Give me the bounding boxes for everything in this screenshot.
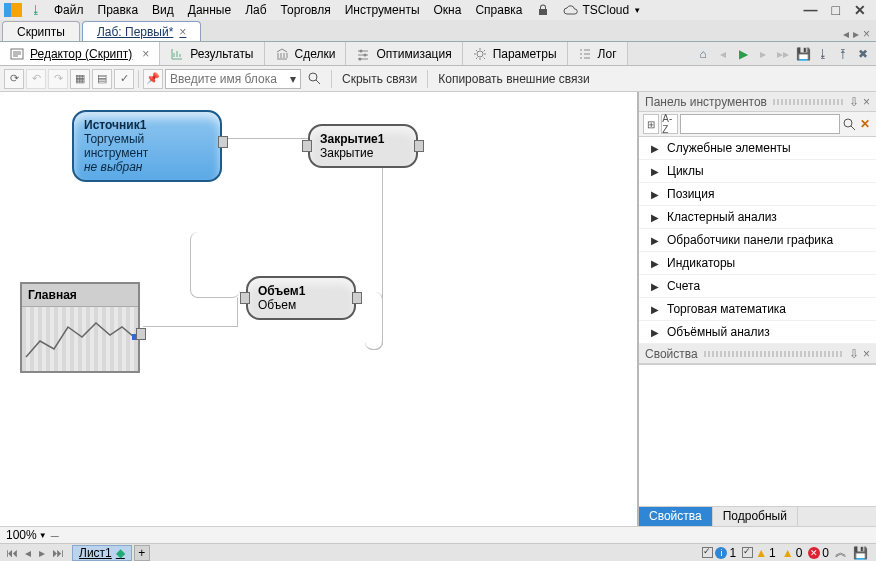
chart-panel[interactable]: Главная (20, 282, 140, 373)
menu-edit[interactable]: Правка (92, 1, 145, 19)
tab-prev-icon[interactable]: ◂ (843, 27, 849, 41)
menu-help[interactable]: Справка (469, 1, 528, 19)
tree-expand-icon[interactable]: ⊞ (643, 114, 659, 134)
upload-icon[interactable]: ⭱ (834, 45, 852, 63)
step-fwd-icon[interactable]: ▸ (754, 45, 772, 63)
next-sheet-icon[interactable]: ▸ (37, 546, 47, 560)
status-info[interactable]: i1 (702, 546, 736, 560)
search-icon[interactable] (842, 115, 856, 133)
clear-icon[interactable]: ✕ (858, 115, 872, 133)
block-name-input[interactable] (166, 72, 286, 86)
chevron-down-icon[interactable]: ▼ (39, 531, 47, 540)
category-item[interactable]: ▶Позиция (639, 183, 876, 206)
wrench-icon[interactable]: ✖ (854, 45, 872, 63)
grid-button[interactable]: ▦ (70, 69, 90, 89)
tab-detailed[interactable]: Подробный (713, 507, 798, 526)
hide-links-button[interactable]: Скрыть связи (336, 72, 423, 86)
step-back-icon[interactable]: ◂ (714, 45, 732, 63)
check-button[interactable]: ✓ (114, 69, 134, 89)
save-disk-icon[interactable]: 💾 (794, 45, 812, 63)
tab-lab-label: Лаб: Первый* (97, 25, 173, 39)
collapse-up-icon[interactable]: ︽ (835, 544, 847, 561)
node-source[interactable]: Источник1 Торгуемый инструмент не выбран (72, 110, 222, 182)
close-icon[interactable]: × (863, 95, 870, 109)
ribbon-editor[interactable]: Редактор (Скрипт) × (0, 42, 160, 65)
category-item[interactable]: ▶Обработчики панели графика (639, 229, 876, 252)
redo-button[interactable]: ↷ (48, 69, 68, 89)
category-item[interactable]: ▶Циклы (639, 160, 876, 183)
port-in-icon[interactable] (302, 140, 312, 152)
status-warn1[interactable]: ▲1 (742, 546, 776, 560)
undo-button[interactable]: ↶ (26, 69, 46, 89)
menu-windows[interactable]: Окна (428, 1, 468, 19)
category-item[interactable]: ▶Кластерный анализ (639, 206, 876, 229)
close-button[interactable]: ✕ (848, 2, 872, 18)
close-icon[interactable]: × (142, 47, 149, 61)
category-item[interactable]: ▶Счета (639, 275, 876, 298)
port-out-icon[interactable] (218, 136, 228, 148)
save-icon[interactable]: ⭳ (26, 3, 46, 17)
pin-button[interactable]: 📌 (143, 69, 163, 89)
zoom-level[interactable]: 100% (6, 528, 37, 542)
category-item[interactable]: ▶Объёмный анализ (639, 321, 876, 344)
svg-point-4 (477, 51, 483, 57)
sort-az-button[interactable]: A-Z (661, 114, 677, 134)
close-icon[interactable]: × (863, 347, 870, 361)
add-sheet-button[interactable]: + (134, 545, 150, 561)
port-out-icon[interactable] (352, 292, 362, 304)
skip-end-icon[interactable]: ▸▸ (774, 45, 792, 63)
diagram-canvas[interactable]: Источник1 Торгуемый инструмент не выбран… (0, 92, 639, 526)
menu-trade[interactable]: Торговля (275, 1, 337, 19)
ribbon-log[interactable]: Лог (568, 42, 628, 65)
ribbon-results[interactable]: Результаты (160, 42, 264, 65)
download-icon[interactable]: ⭳ (814, 45, 832, 63)
sheet-tab[interactable]: Лист1 ◆ (72, 545, 132, 561)
first-sheet-icon[interactable]: ⏮ (4, 546, 20, 560)
resize-grip-icon (856, 528, 870, 542)
minimize-button[interactable]: — (798, 2, 824, 18)
prev-sheet-icon[interactable]: ◂ (23, 546, 33, 560)
toolbox-search-input[interactable] (680, 114, 840, 134)
tab-next-icon[interactable]: ▸ (853, 27, 859, 41)
block-name-combo[interactable]: ▾ (165, 69, 301, 89)
pin-icon[interactable]: ⇩ (849, 95, 859, 109)
ribbon-optimization[interactable]: Оптимизация (346, 42, 462, 65)
close-icon[interactable]: × (179, 25, 186, 39)
tab-lab[interactable]: Лаб: Первый* × (82, 21, 201, 41)
menu-tools[interactable]: Инструменты (339, 1, 426, 19)
play-icon[interactable]: ▶ (734, 45, 752, 63)
tab-scripts[interactable]: Скрипты (2, 21, 80, 41)
category-label: Кластерный анализ (667, 210, 777, 224)
menu-data[interactable]: Данные (182, 1, 237, 19)
category-item[interactable]: ▶Служебные элементы (639, 137, 876, 160)
tab-properties[interactable]: Свойства (639, 507, 713, 526)
tab-close-all-icon[interactable]: × (863, 27, 870, 41)
save-disk-icon[interactable]: 💾 (853, 546, 868, 560)
menu-bar: ⭳ Файл Правка Вид Данные Лаб Торговля Ин… (0, 0, 876, 20)
home-icon[interactable]: ⌂ (694, 45, 712, 63)
status-error[interactable]: ✕0 (808, 546, 829, 560)
cloud-menu[interactable]: TSCloud ▼ (557, 3, 648, 17)
ribbon-deals[interactable]: Сделки (265, 42, 347, 65)
port-out-icon[interactable] (414, 140, 424, 152)
align-button[interactable]: ▤ (92, 69, 112, 89)
last-sheet-icon[interactable]: ⏭ (50, 546, 66, 560)
node-close[interactable]: Закрытие1 Закрытие (308, 124, 418, 168)
status-warn2[interactable]: ▲0 (782, 546, 803, 560)
chevron-down-icon[interactable]: ▾ (286, 72, 300, 86)
port-in-icon[interactable] (240, 292, 250, 304)
zoom-slider-icon[interactable]: — (51, 531, 59, 540)
ribbon-params[interactable]: Параметры (463, 42, 568, 65)
menu-file[interactable]: Файл (48, 1, 90, 19)
category-item[interactable]: ▶Индикаторы (639, 252, 876, 275)
menu-view[interactable]: Вид (146, 1, 180, 19)
category-item[interactable]: ▶Торговая математика (639, 298, 876, 321)
copy-ext-links-button[interactable]: Копировать внешние связи (432, 72, 596, 86)
maximize-button[interactable]: □ (826, 2, 846, 18)
search-icon[interactable] (307, 71, 323, 87)
pin-icon[interactable]: ⇩ (849, 347, 859, 361)
port-out-icon[interactable] (136, 328, 146, 340)
node-volume[interactable]: Объем1 Объем (246, 276, 356, 320)
menu-lab[interactable]: Лаб (239, 1, 272, 19)
refresh-button[interactable]: ⟳ (4, 69, 24, 89)
